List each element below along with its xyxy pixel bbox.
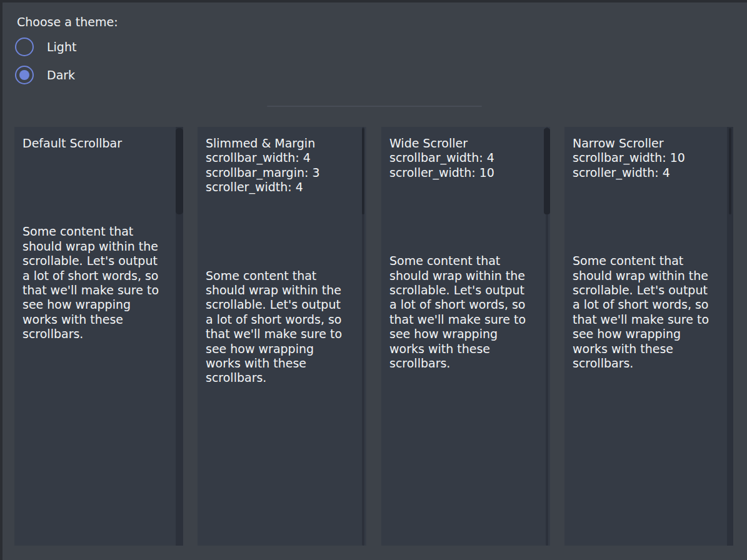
panel-body-text: Some content that should wrap within the…	[206, 269, 351, 386]
panel-param: scrollbar_width: 10	[573, 151, 733, 165]
panel-title: Default Scrollbar	[23, 136, 183, 151]
panel-spacer	[573, 180, 733, 254]
window-edge-top	[0, 0, 747, 2]
panel-title: Slimmed & Margin	[206, 136, 366, 151]
panel-spacer	[389, 180, 550, 254]
radio-icon[interactable]	[15, 66, 34, 84]
radio-option-dark[interactable]: Dark	[15, 66, 75, 84]
radio-icon[interactable]	[15, 38, 34, 56]
scrollbar[interactable]	[544, 127, 550, 546]
scrollbar[interactable]	[727, 127, 733, 546]
scrollbar-thumb[interactable]	[729, 128, 731, 214]
panel-param: scrollbar_width: 4	[389, 151, 550, 165]
app-background: Choose a theme: Light Dark Default Scrol…	[0, 0, 747, 560]
panel-body-text: Some content that should wrap within the…	[573, 254, 718, 371]
scrollbar[interactable]	[362, 127, 364, 546]
scrollbar-thumb[interactable]	[176, 128, 183, 214]
scrollbar[interactable]	[176, 127, 183, 546]
scrollbar-thumb[interactable]	[544, 128, 550, 214]
panel-body-text: Some content that should wrap within the…	[23, 224, 168, 341]
radio-option-light[interactable]: Light	[15, 38, 76, 56]
radio-dot	[19, 70, 29, 80]
panel-spacer	[23, 151, 183, 224]
radio-label-light[interactable]: Light	[47, 40, 76, 54]
radio-label-dark[interactable]: Dark	[47, 68, 75, 82]
panel-default-scrollbar[interactable]: Default Scrollbar Some content that shou…	[14, 127, 183, 546]
panel-param: scroller_width: 10	[389, 166, 550, 180]
scrollbar-thumb[interactable]	[362, 128, 364, 214]
panel-param: scroller_width: 4	[206, 180, 366, 194]
panel-wide-scroller[interactable]: Wide Scroller scrollbar_width: 4 scrolle…	[381, 127, 550, 546]
panel-slimmed-margin[interactable]: Slimmed & Margin scrollbar_width: 4 scro…	[198, 127, 366, 546]
panel-title: Narrow Scroller	[573, 136, 733, 151]
window-edge-left	[0, 0, 3, 560]
panel-title: Wide Scroller	[389, 136, 550, 151]
panel-param: scrollbar_margin: 3	[206, 166, 366, 180]
panel-param: scroller_width: 4	[573, 166, 733, 180]
panel-body-text: Some content that should wrap within the…	[389, 254, 534, 371]
radio-dot	[19, 42, 29, 52]
panel-param: scrollbar_width: 4	[206, 151, 366, 165]
panel-spacer	[206, 195, 366, 269]
panel-narrow-scroller[interactable]: Narrow Scroller scrollbar_width: 10 scro…	[564, 127, 733, 546]
theme-chooser-label: Choose a theme:	[17, 15, 118, 29]
section-divider	[267, 106, 482, 107]
